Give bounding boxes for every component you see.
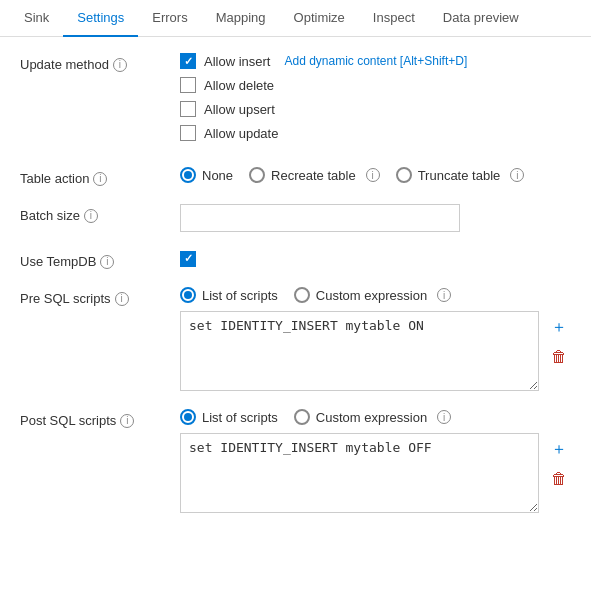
tab-mapping[interactable]: Mapping	[202, 0, 280, 37]
table-action-none-label: None	[202, 168, 233, 183]
allow-upsert-checkbox[interactable]	[180, 101, 196, 117]
update-method-controls: Allow insert Add dynamic content [Alt+Sh…	[180, 53, 571, 149]
table-action-info-icon[interactable]: i	[93, 172, 107, 186]
allow-insert-checkbox[interactable]	[180, 53, 196, 69]
table-action-label: Table action i	[20, 167, 180, 186]
pre-sql-add-button[interactable]: ＋	[547, 315, 571, 339]
use-tempdb-row: Use TempDB i	[20, 250, 571, 269]
post-sql-actions: ＋ 🗑	[547, 433, 571, 491]
table-action-controls: None Recreate table i Truncate table i	[180, 167, 571, 183]
tab-data-preview[interactable]: Data preview	[429, 0, 533, 37]
table-action-truncate-radio[interactable]	[396, 167, 412, 183]
post-sql-list-item[interactable]: List of scripts	[180, 409, 278, 425]
allow-upsert-item: Allow upsert	[180, 101, 571, 117]
pre-sql-custom-item[interactable]: Custom expression i	[294, 287, 451, 303]
allow-upsert-label: Allow upsert	[204, 102, 275, 117]
truncate-info-icon[interactable]: i	[510, 168, 524, 182]
batch-size-input[interactable]	[180, 204, 460, 232]
post-sql-list-label: List of scripts	[202, 410, 278, 425]
post-sql-custom-radio[interactable]	[294, 409, 310, 425]
pre-sql-custom-info-icon[interactable]: i	[437, 288, 451, 302]
pre-sql-list-radio[interactable]	[180, 287, 196, 303]
tab-errors[interactable]: Errors	[138, 0, 201, 37]
post-sql-scripts-control: List of scripts Custom expression i set …	[180, 409, 571, 513]
use-tempdb-label: Use TempDB i	[20, 250, 180, 269]
pre-sql-list-label: List of scripts	[202, 288, 278, 303]
update-method-label: Update method i	[20, 53, 180, 72]
pre-sql-scripts-row: Pre SQL scripts i List of scripts Custom…	[20, 287, 571, 391]
tab-sink[interactable]: Sink	[10, 0, 63, 37]
table-action-radio-group: None Recreate table i Truncate table i	[180, 167, 571, 183]
allow-delete-item: Allow delete	[180, 77, 571, 93]
allow-update-label: Allow update	[204, 126, 278, 141]
post-sql-delete-button[interactable]: 🗑	[547, 467, 571, 491]
pre-sql-textarea[interactable]: set IDENTITY_INSERT mytable ON	[180, 311, 539, 391]
post-sql-scripts-row: Post SQL scripts i List of scripts Custo…	[20, 409, 571, 513]
post-sql-custom-label: Custom expression	[316, 410, 427, 425]
allow-insert-label: Allow insert	[204, 54, 270, 69]
post-sql-list-radio[interactable]	[180, 409, 196, 425]
update-method-info-icon[interactable]: i	[113, 58, 127, 72]
table-action-none-item[interactable]: None	[180, 167, 233, 183]
pre-sql-script-section: set IDENTITY_INSERT mytable ON ＋ 🗑	[180, 311, 571, 391]
pre-sql-radio-group: List of scripts Custom expression i	[180, 287, 571, 303]
pre-sql-info-icon[interactable]: i	[115, 292, 129, 306]
pre-sql-custom-label: Custom expression	[316, 288, 427, 303]
update-method-row: Update method i Allow insert Add dynamic…	[20, 53, 571, 149]
post-sql-script-section: set IDENTITY_INSERT mytable OFF ＋ 🗑	[180, 433, 571, 513]
table-action-row: Table action i None Recreate table i Tru…	[20, 167, 571, 186]
use-tempdb-info-icon[interactable]: i	[100, 255, 114, 269]
pre-sql-actions: ＋ 🗑	[547, 311, 571, 369]
table-action-truncate-label: Truncate table	[418, 168, 501, 183]
pre-sql-list-item[interactable]: List of scripts	[180, 287, 278, 303]
tab-inspect[interactable]: Inspect	[359, 0, 429, 37]
settings-panel: Update method i Allow insert Add dynamic…	[0, 37, 591, 547]
tab-settings[interactable]: Settings	[63, 0, 138, 37]
post-sql-scripts-label: Post SQL scripts i	[20, 409, 180, 428]
tab-bar: Sink Settings Errors Mapping Optimize In…	[0, 0, 591, 37]
post-sql-custom-info-icon[interactable]: i	[437, 410, 451, 424]
pre-sql-scripts-label: Pre SQL scripts i	[20, 287, 180, 306]
table-action-none-radio[interactable]	[180, 167, 196, 183]
pre-sql-delete-button[interactable]: 🗑	[547, 345, 571, 369]
dynamic-content-link[interactable]: Add dynamic content [Alt+Shift+D]	[284, 54, 467, 68]
batch-size-control	[180, 204, 571, 232]
allow-delete-label: Allow delete	[204, 78, 274, 93]
allow-insert-item: Allow insert Add dynamic content [Alt+Sh…	[180, 53, 571, 69]
batch-size-label: Batch size i	[20, 204, 180, 223]
table-action-recreate-radio[interactable]	[249, 167, 265, 183]
allow-update-checkbox[interactable]	[180, 125, 196, 141]
pre-sql-custom-radio[interactable]	[294, 287, 310, 303]
allow-delete-checkbox[interactable]	[180, 77, 196, 93]
batch-size-row: Batch size i	[20, 204, 571, 232]
post-sql-textarea[interactable]: set IDENTITY_INSERT mytable OFF	[180, 433, 539, 513]
recreate-info-icon[interactable]: i	[366, 168, 380, 182]
post-sql-add-button[interactable]: ＋	[547, 437, 571, 461]
table-action-recreate-item[interactable]: Recreate table i	[249, 167, 380, 183]
pre-sql-scripts-control: List of scripts Custom expression i set …	[180, 287, 571, 391]
batch-size-info-icon[interactable]: i	[84, 209, 98, 223]
post-sql-custom-item[interactable]: Custom expression i	[294, 409, 451, 425]
use-tempdb-checkbox[interactable]	[180, 251, 196, 267]
table-action-recreate-label: Recreate table	[271, 168, 356, 183]
post-sql-radio-group: List of scripts Custom expression i	[180, 409, 571, 425]
allow-update-item: Allow update	[180, 125, 571, 141]
post-sql-info-icon[interactable]: i	[120, 414, 134, 428]
use-tempdb-control	[180, 250, 571, 267]
table-action-truncate-item[interactable]: Truncate table i	[396, 167, 525, 183]
tab-optimize[interactable]: Optimize	[280, 0, 359, 37]
